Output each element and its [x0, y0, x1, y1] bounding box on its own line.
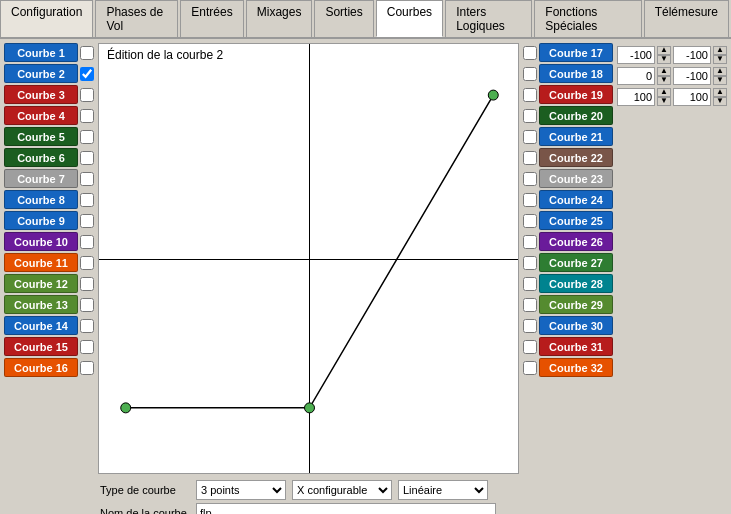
right-curve-check-17[interactable]	[523, 46, 537, 60]
right-curve-btn-25[interactable]: Courbe 25	[539, 211, 613, 230]
curve-check-7[interactable]	[80, 172, 94, 186]
curve-point-2[interactable]	[488, 90, 498, 100]
right-curve-btn-17[interactable]: Courbe 17	[539, 43, 613, 62]
curve-btn-6[interactable]: Courbe 6	[4, 148, 78, 167]
right-curve-check-24[interactable]	[523, 193, 537, 207]
curve-check-1[interactable]	[80, 46, 94, 60]
curve-check-10[interactable]	[80, 235, 94, 249]
right-curve-check-19[interactable]	[523, 88, 537, 102]
spinner-row-0: ▲▼▲▼	[617, 45, 727, 64]
right-curve-row-24: Courbe 24	[523, 190, 613, 209]
curve-btn-3[interactable]: Courbe 3	[4, 85, 78, 104]
x-select[interactable]: X configurableX fixe	[292, 480, 392, 500]
tab-phases[interactable]: Phases de Vol	[95, 0, 178, 37]
right-curve-btn-23[interactable]: Courbe 23	[539, 169, 613, 188]
curve-check-16[interactable]	[80, 361, 94, 375]
interp-select[interactable]: LinéaireSpline cubique	[398, 480, 488, 500]
right-curve-btn-19[interactable]: Courbe 19	[539, 85, 613, 104]
tab-entrees[interactable]: Entrées	[180, 0, 243, 37]
right-curve-check-29[interactable]	[523, 298, 537, 312]
left-curve-row-5: Courbe 5	[4, 127, 94, 146]
right-curve-btn-18[interactable]: Courbe 18	[539, 64, 613, 83]
spinner-down-left-1[interactable]: ▼	[657, 76, 671, 85]
right-curve-check-20[interactable]	[523, 109, 537, 123]
curve-btn-15[interactable]: Courbe 15	[4, 337, 78, 356]
curve-btn-4[interactable]: Courbe 4	[4, 106, 78, 125]
name-row: Nom de la courbe	[100, 503, 517, 514]
curve-check-14[interactable]	[80, 319, 94, 333]
curve-btn-13[interactable]: Courbe 13	[4, 295, 78, 314]
spinner-down-right-0[interactable]: ▼	[713, 55, 727, 64]
left-curve-row-9: Courbe 9	[4, 211, 94, 230]
curve-btn-12[interactable]: Courbe 12	[4, 274, 78, 293]
right-curve-btn-27[interactable]: Courbe 27	[539, 253, 613, 272]
curve-check-2[interactable]	[80, 67, 94, 81]
right-curve-check-25[interactable]	[523, 214, 537, 228]
right-curve-check-21[interactable]	[523, 130, 537, 144]
right-curve-check-32[interactable]	[523, 361, 537, 375]
left-curve-row-7: Courbe 7	[4, 169, 94, 188]
right-curve-btn-28[interactable]: Courbe 28	[539, 274, 613, 293]
spinner-input-right-2[interactable]	[673, 88, 711, 106]
curve-check-4[interactable]	[80, 109, 94, 123]
right-curve-check-18[interactable]	[523, 67, 537, 81]
right-curve-btn-29[interactable]: Courbe 29	[539, 295, 613, 314]
type-select[interactable]: 3 points5 points7 points9 pointsLibreSpl…	[196, 480, 286, 500]
right-curve-btn-22[interactable]: Courbe 22	[539, 148, 613, 167]
curve-check-8[interactable]	[80, 193, 94, 207]
curve-btn-8[interactable]: Courbe 8	[4, 190, 78, 209]
right-curve-btn-24[interactable]: Courbe 24	[539, 190, 613, 209]
right-curve-btn-26[interactable]: Courbe 26	[539, 232, 613, 251]
right-curve-btn-21[interactable]: Courbe 21	[539, 127, 613, 146]
curve-btn-1[interactable]: Courbe 1	[4, 43, 78, 62]
curve-btn-7[interactable]: Courbe 7	[4, 169, 78, 188]
right-curve-btn-32[interactable]: Courbe 32	[539, 358, 613, 377]
tab-telemesure[interactable]: Télémesure	[644, 0, 729, 37]
right-curve-check-26[interactable]	[523, 235, 537, 249]
spinner-input-left-1[interactable]	[617, 67, 655, 85]
right-curve-check-27[interactable]	[523, 256, 537, 270]
right-curve-check-31[interactable]	[523, 340, 537, 354]
right-curve-check-28[interactable]	[523, 277, 537, 291]
tab-fonctions[interactable]: Fonctions Spéciales	[534, 0, 641, 37]
curve-point-0[interactable]	[121, 403, 131, 413]
curve-point-1[interactable]	[305, 403, 315, 413]
curve-check-9[interactable]	[80, 214, 94, 228]
spinner-input-right-1[interactable]	[673, 67, 711, 85]
curve-btn-5[interactable]: Courbe 5	[4, 127, 78, 146]
right-curve-btn-30[interactable]: Courbe 30	[539, 316, 613, 335]
right-curve-check-30[interactable]	[523, 319, 537, 333]
right-curve-check-22[interactable]	[523, 151, 537, 165]
tab-mixages[interactable]: Mixages	[246, 0, 313, 37]
spinner-down-right-1[interactable]: ▼	[713, 76, 727, 85]
spinner-input-left-2[interactable]	[617, 88, 655, 106]
tab-sorties[interactable]: Sorties	[314, 0, 373, 37]
right-curve-btn-31[interactable]: Courbe 31	[539, 337, 613, 356]
tab-configuration[interactable]: Configuration	[0, 0, 93, 37]
spinner-input-left-0[interactable]	[617, 46, 655, 64]
tab-courbes[interactable]: Courbes	[376, 0, 443, 37]
curve-check-13[interactable]	[80, 298, 94, 312]
curve-check-5[interactable]	[80, 130, 94, 144]
curve-btn-14[interactable]: Courbe 14	[4, 316, 78, 335]
curve-check-12[interactable]	[80, 277, 94, 291]
right-curve-row-29: Courbe 29	[523, 295, 613, 314]
spinner-down-right-2[interactable]: ▼	[713, 97, 727, 106]
curve-btn-2[interactable]: Courbe 2	[4, 64, 78, 83]
spinner-down-left-2[interactable]: ▼	[657, 97, 671, 106]
curve-check-6[interactable]	[80, 151, 94, 165]
curve-btn-16[interactable]: Courbe 16	[4, 358, 78, 377]
curve-btn-11[interactable]: Courbe 11	[4, 253, 78, 272]
tab-inters[interactable]: Inters Logiques	[445, 0, 532, 37]
spinner-down-left-0[interactable]: ▼	[657, 55, 671, 64]
curve-btn-9[interactable]: Courbe 9	[4, 211, 78, 230]
curve-check-3[interactable]	[80, 88, 94, 102]
right-curve-btn-20[interactable]: Courbe 20	[539, 106, 613, 125]
right-curve-check-23[interactable]	[523, 172, 537, 186]
spinner-input-right-0[interactable]	[673, 46, 711, 64]
chart-area[interactable]: Édition de la courbe 2	[98, 43, 519, 474]
name-input[interactable]	[196, 503, 496, 514]
curve-check-15[interactable]	[80, 340, 94, 354]
curve-check-11[interactable]	[80, 256, 94, 270]
curve-btn-10[interactable]: Courbe 10	[4, 232, 78, 251]
